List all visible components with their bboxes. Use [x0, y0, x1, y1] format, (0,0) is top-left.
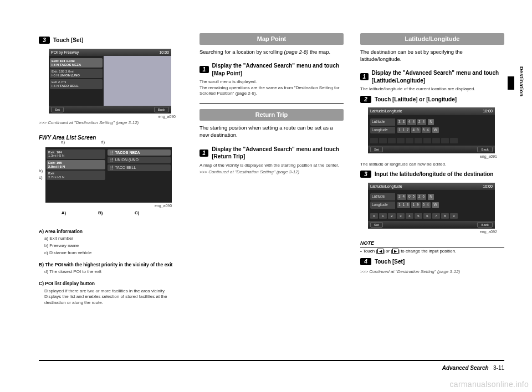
key-4[interactable]: 4 [406, 213, 413, 219]
step-1-map-point: 1 Display the "Advanced Search" menu and… [200, 62, 344, 77]
poi-by-freeway-screen: POI by Freeway 10:00 Exit: 104 1.3miI-5 … [49, 49, 171, 114]
fwy-area-screen-wrap: a) d) b) c) Exit: 1041.3mi I-5 N Exit: 1… [45, 145, 183, 216]
latlon-screen-b: Latitude/Longitude10:00 Latitude 3 4 0 5… [368, 183, 495, 229]
column-3: Latitude/Longitude The destination can b… [360, 33, 504, 343]
set-button[interactable]: Set [51, 107, 64, 112]
map-point-body: Searching for a location by scrolling (p… [200, 48, 344, 55]
fwy-area-list-screen: Exit: 1041.3mi I-5 N Exit: 1052.0mi I-5 … [45, 147, 172, 203]
restaurant-icon: 🍴 [109, 158, 114, 162]
callout-definitions: A) Area information a) Exit number b) Fr… [39, 223, 183, 306]
latitude-button[interactable]: Latitude [370, 118, 395, 126]
screen-title: POI by Freeway [51, 50, 79, 55]
step-2-latlon: 2 Touch [Latitude] or [Longitude] [360, 96, 504, 104]
column-2: Map Point Searching for a location by sc… [200, 33, 344, 343]
step-3-text: Touch [Set] [53, 37, 83, 44]
latlon-screen-a: Latitude/Longitude10:00 Latitude 3 3 4 4… [368, 107, 495, 153]
three-columns: 3 Touch [Set] POI by Freeway 10:00 Exit:… [39, 33, 504, 343]
watermark: carmanualsonline.info [450, 380, 529, 389]
step-1-latlon: 1 Display the "Advanced Search" menu and… [360, 69, 504, 84]
step-1-return-trip: 1 Display the "Advanced Search" menu and… [200, 146, 344, 161]
side-tab-marker [508, 76, 514, 90]
restaurant-icon: 🍴 [109, 151, 114, 154]
left-arrow-icon: ◀ [377, 249, 383, 254]
return-trip-title: Return Trip [200, 109, 344, 121]
step-3: 3 Touch [Set] [39, 37, 183, 44]
key-6[interactable]: 6 [423, 213, 431, 219]
key-0[interactable]: 0 [370, 213, 378, 219]
step-3-latlon: 3 Input the latitude/longitude of the de… [360, 171, 504, 178]
latitude-button[interactable]: Latitude [370, 193, 395, 200]
longitude-button[interactable]: Longitude [370, 202, 395, 209]
map-point-title: Map Point [200, 33, 344, 45]
right-arrow-icon: ▶ [392, 249, 398, 254]
longitude-button[interactable]: Longitude [370, 127, 395, 134]
set-button[interactable]: Set [370, 222, 383, 228]
key-2[interactable]: 2 [388, 213, 396, 219]
key-1[interactable]: 1 [379, 213, 387, 219]
key-8[interactable]: 8 [441, 213, 449, 219]
key-7[interactable]: 7 [432, 213, 440, 219]
key-5[interactable]: 5 [415, 213, 422, 219]
back-button[interactable]: Back [477, 222, 492, 228]
back-button[interactable]: Back [477, 147, 492, 152]
continued-ref: >>> Continued at "Destination Setting" (… [39, 120, 183, 126]
restaurant-icon: 🍴 [109, 166, 114, 169]
step-badge-3: 3 [39, 37, 50, 44]
screen-time: 10:00 [159, 50, 169, 55]
note-body: • Touch [◀] or [▶] to change the input p… [360, 249, 504, 255]
latlon-title: Latitude/Longitude [360, 33, 504, 45]
back-button[interactable]: Back [154, 107, 169, 112]
divider [200, 103, 344, 104]
column-1: 3 Touch [Set] POI by Freeway 10:00 Exit:… [39, 33, 183, 343]
key-3[interactable]: 3 [397, 213, 405, 219]
step-4-latlon: 4 Touch [Set] [360, 258, 504, 266]
screen-caption: eng_a090 [39, 114, 176, 119]
note-heading: NOTE [360, 240, 504, 247]
side-tab-label: Destination [519, 66, 524, 97]
footer-rule [39, 360, 504, 361]
manual-page: Destination 3 Touch [Set] POI by Freeway… [0, 0, 532, 392]
key-9[interactable]: 9 [450, 213, 458, 219]
footer-text: Advanced Search 3-11 [442, 365, 504, 371]
fwy-area-heading: FWY Area List Screen [39, 134, 183, 142]
set-button[interactable]: Set [370, 147, 383, 152]
